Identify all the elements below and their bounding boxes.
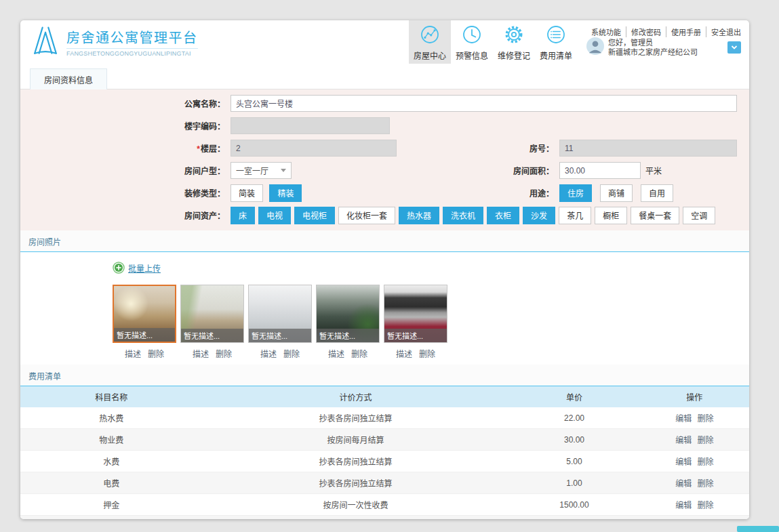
gear-icon: [503, 24, 525, 48]
fee-price: 1.00: [508, 472, 640, 494]
fee-edit-link[interactable]: 编辑: [675, 455, 692, 467]
room-info-form: 公寓名称： 楼宇编码： *楼层： 房号：: [20, 89, 749, 230]
chevron-down-icon: [730, 43, 738, 52]
fee-edit-link[interactable]: 编辑: [675, 412, 692, 424]
nav-label: 房屋中心: [414, 49, 446, 61]
photo-delete-link[interactable]: 删除: [419, 348, 435, 359]
form-row-apartment-name: 公寓名称：: [20, 92, 749, 115]
nav-item-fee-list[interactable]: 费用清单: [535, 20, 577, 64]
user-text: 您好，管理员 新疆城市之家房产经纪公司: [608, 38, 698, 58]
fee-name: 房租: [20, 516, 203, 520]
user-greeting: 您好，管理员: [608, 38, 698, 47]
tab-room-info[interactable]: 房间资料信息: [30, 68, 107, 89]
asset-option-dresser[interactable]: 化妆柜一套: [338, 207, 395, 224]
link-user-manual[interactable]: 使用手册: [666, 26, 706, 37]
photo-describe-link[interactable]: 描述: [125, 348, 141, 359]
fee-delete-link[interactable]: 删除: [697, 412, 713, 424]
fee-price: 1500.00: [508, 494, 640, 516]
asset-option-tv-stand[interactable]: 电视柜: [294, 207, 335, 224]
fee-name: 水费: [20, 451, 203, 472]
nav-item-house-center[interactable]: 房屋中心: [409, 20, 451, 64]
link-system-functions[interactable]: 系统功能: [586, 26, 626, 37]
asset-option-tv[interactable]: 电视: [258, 207, 291, 224]
fee-name: 热水费: [20, 407, 203, 429]
asset-option-water-heater[interactable]: 热水器: [399, 207, 439, 224]
photo-describe-link[interactable]: 描述: [260, 348, 277, 359]
asset-option-sofa[interactable]: 沙发: [523, 207, 555, 224]
photo-describe-link[interactable]: 描述: [396, 348, 412, 359]
horizontal-scrollbar[interactable]: [737, 526, 779, 532]
fee-edit-link[interactable]: 编辑: [675, 434, 692, 445]
usage-option-residence[interactable]: 住房: [559, 184, 592, 202]
room-type-select[interactable]: 一室一厅: [231, 162, 292, 179]
photo-caption: 暂无描述...: [249, 329, 311, 342]
photo-delete-link[interactable]: 删除: [148, 348, 164, 359]
asset-option-tea-table[interactable]: 茶几: [559, 207, 591, 224]
user-dropdown-button[interactable]: [727, 41, 741, 54]
fee-method: 按房间每月结算: [203, 516, 509, 520]
building-code-input[interactable]: [231, 117, 390, 134]
usage-option-self-use[interactable]: 自用: [641, 184, 673, 202]
decoration-option-refined[interactable]: 精装: [269, 184, 302, 202]
photo-thumbnail[interactable]: 暂无描述...: [113, 285, 176, 343]
teepee-logo-icon: [30, 25, 61, 59]
form-row-assets: 房间资产： 床 电视 电视柜 化妆柜一套 热水器 洗衣机 衣柜 沙发 茶几 橱柜…: [20, 204, 749, 226]
decoration-option-simple[interactable]: 简装: [231, 184, 263, 202]
apartment-name-label: 公寓名称：: [20, 98, 231, 109]
floor-input[interactable]: [231, 140, 397, 157]
photo-thumbnail[interactable]: 暂无描述...: [316, 285, 380, 343]
room-no-label: 房号：: [397, 142, 559, 154]
photo-caption: 暂无描述...: [317, 329, 379, 342]
fee-delete-link[interactable]: 删除: [697, 499, 713, 510]
photos-section: 批量上传 暂无描述... 描述 删除 暂无描述...: [20, 252, 749, 365]
photo-describe-link[interactable]: 描述: [328, 348, 344, 359]
fee-edit-link[interactable]: 编辑: [675, 499, 692, 510]
user-info: 您好，管理员 新疆城市之家房产经纪公司: [586, 37, 741, 58]
asset-option-washer[interactable]: 洗衣机: [443, 207, 483, 224]
asset-option-wardrobe[interactable]: 衣柜: [487, 207, 519, 224]
photo-thumbnail[interactable]: 暂无描述...: [180, 285, 244, 343]
photo-delete-link[interactable]: 删除: [216, 348, 232, 359]
photo-delete-link[interactable]: 删除: [283, 348, 300, 359]
photo-thumbnail[interactable]: 暂无描述...: [248, 285, 312, 343]
photo-item: 暂无描述... 描述 删除: [248, 285, 312, 359]
fees-section-title: 费用清单: [20, 365, 749, 386]
asset-option-dining-table[interactable]: 餐桌一套: [631, 207, 679, 224]
asset-option-bed[interactable]: 床: [231, 207, 255, 224]
room-no-input[interactable]: [559, 140, 737, 157]
photos-section-title: 房间照片: [20, 230, 749, 252]
photo-item: 暂无描述... 描述 删除: [316, 285, 380, 359]
fee-delete-link[interactable]: 删除: [697, 434, 713, 445]
fee-delete-link[interactable]: 删除: [697, 455, 713, 467]
header-nav: 房屋中心 预警信息: [409, 20, 577, 64]
apartment-name-input[interactable]: [231, 95, 737, 112]
asset-option-cabinet[interactable]: 橱柜: [595, 207, 627, 224]
fee-table-row: 物业费 按房间每月结算 30.00 编辑删除: [20, 429, 749, 451]
person-icon: [586, 37, 604, 55]
photo-describe-link[interactable]: 描述: [193, 348, 209, 359]
fee-delete-link[interactable]: 删除: [697, 477, 713, 489]
user-avatar[interactable]: [586, 37, 604, 58]
batch-upload-label: 批量上传: [128, 262, 161, 274]
room-area-input[interactable]: [559, 162, 641, 179]
photo-delete-link[interactable]: 删除: [351, 348, 367, 359]
room-area-label: 房间面积：: [292, 165, 559, 176]
fee-method: 按房间每月结算: [203, 429, 509, 451]
nav-item-maintenance[interactable]: 维修登记: [493, 20, 535, 64]
chevron-down-icon: [281, 169, 286, 172]
usage-option-shop[interactable]: 商铺: [600, 184, 633, 202]
fee-edit-link[interactable]: 编辑: [675, 477, 692, 489]
header-right: 系统功能 修改密码 使用手册 安全退出 您好，管理员: [586, 20, 741, 64]
fee-method: 按房间一次性收费: [203, 494, 509, 516]
header: 房舍通公寓管理平台 FANGSHETONGGONGYUGUANLIPINGTAI: [20, 20, 749, 64]
column-header-pricing-method: 计价方式: [203, 386, 509, 407]
nav-item-warning-info[interactable]: 预警信息: [451, 20, 493, 64]
photo-thumbnail[interactable]: 暂无描述...: [384, 285, 447, 343]
required-mark: *: [197, 144, 200, 154]
column-header-actions: 操作: [640, 386, 749, 407]
link-change-password[interactable]: 修改密码: [626, 26, 666, 37]
link-logout[interactable]: 安全退出: [706, 26, 741, 37]
plus-icon: [113, 262, 125, 274]
batch-upload-link[interactable]: 批量上传: [113, 262, 161, 274]
asset-option-air-conditioner[interactable]: 空调: [683, 207, 715, 224]
